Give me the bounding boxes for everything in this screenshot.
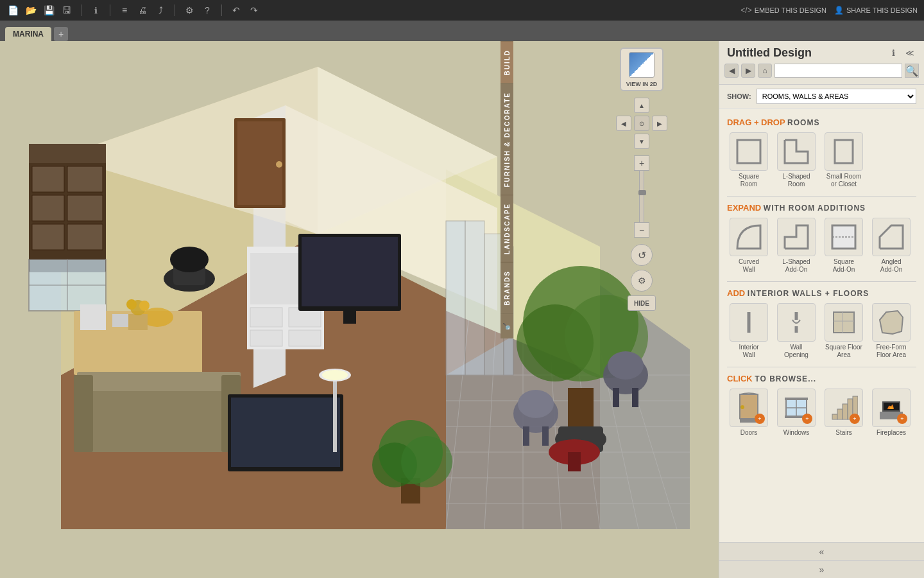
canvas[interactable]: VIEW IN 2D ▲ ◀ ⊙ ▶ ▼ + − ↺ ⚙ HIDE BUI (0, 41, 719, 578)
curved-wall-svg (735, 223, 763, 251)
svg-rect-40 (250, 330, 282, 346)
expand-normal: WITH ROOM ADDITIONS (764, 204, 866, 213)
svg-rect-108 (832, 414, 837, 419)
collapse-up-button[interactable]: « (719, 542, 924, 560)
undo-button[interactable]: ↶ (230, 4, 243, 17)
svg-rect-74 (523, 426, 529, 446)
stairs-label: Stairs (835, 429, 852, 437)
settings-icon[interactable]: ⚙ (183, 4, 196, 17)
panel-forward-button[interactable]: ▶ (741, 64, 755, 78)
freeform-floor-item[interactable]: Free-FormFloor Area (869, 303, 913, 359)
svg-rect-29 (67, 224, 103, 250)
small-room-item[interactable]: Small Roomor Closet (822, 132, 866, 188)
wall-opening-item[interactable]: WallOpening (774, 303, 818, 359)
windows-label: Windows (783, 429, 810, 437)
doors-item[interactable]: + Doors (727, 389, 771, 437)
add-tab-button[interactable]: + (54, 27, 68, 41)
curved-wall-item[interactable]: CurvedWall (727, 218, 771, 274)
square-room-item[interactable]: SquareRoom (727, 132, 771, 188)
search-tab[interactable]: 🔍 (501, 313, 513, 338)
nav-controls: VIEW IN 2D ▲ ◀ ⊙ ▶ ▼ + − ↺ ⚙ HIDE (616, 48, 667, 311)
collapse-down-button[interactable]: » (719, 560, 924, 578)
divider-3 (727, 367, 916, 367)
print-icon[interactable]: 🖨 (136, 4, 149, 17)
drag-rooms-suffix: ROOMS (787, 118, 819, 127)
pan-down-button[interactable]: ▼ (634, 134, 649, 149)
pan-left-button[interactable]: ◀ (616, 116, 631, 131)
small-room-icon (825, 132, 863, 171)
svg-marker-99 (880, 311, 903, 334)
stairs-item[interactable]: + Stairs (822, 389, 866, 437)
svg-rect-78 (613, 388, 619, 407)
share-button[interactable]: 👤 SHARE THIS DESIGN (834, 6, 918, 15)
stairs-badge: + (850, 414, 860, 424)
small-room-label: Small Roomor Closet (826, 173, 861, 188)
click-highlight: CLICK (727, 374, 753, 383)
panel-home-button[interactable]: ⌂ (758, 64, 772, 78)
side-tabs: BUILD FURNISH & DECORATE LANDSCAPE BRAND… (501, 41, 513, 578)
panel-title-icons: ℹ ≪ (887, 47, 916, 60)
fireplaces-badge: + (897, 414, 907, 424)
help-icon[interactable]: ? (201, 4, 214, 17)
view-2d-label: VIEW IN 2D (626, 81, 658, 87)
sep4 (221, 4, 222, 16)
windows-item[interactable]: + Windows (774, 389, 818, 437)
pan-up-button[interactable]: ▲ (634, 98, 649, 113)
new-icon[interactable]: 📄 (6, 4, 19, 17)
svg-rect-75 (542, 426, 549, 446)
square-addon-icon (825, 218, 863, 256)
info-icon[interactable]: ℹ (89, 4, 102, 17)
panel-collapse-button[interactable]: ≪ (903, 47, 916, 60)
svg-rect-26 (32, 195, 64, 221)
svg-rect-110 (843, 404, 848, 419)
l-addon-icon (777, 218, 816, 256)
drag-rooms-title: DRAG + DROP ROOMS (727, 118, 916, 127)
scene-settings-button[interactable]: ⚙ (631, 270, 653, 292)
svg-rect-63 (465, 221, 484, 375)
add-highlight: ADD (727, 288, 745, 298)
pan-center-button[interactable]: ⊙ (634, 116, 649, 131)
interior-walls-grid: InteriorWall WallOpening (727, 303, 916, 359)
zoom-slider[interactable] (639, 171, 644, 222)
rotate-button[interactable]: ↺ (631, 244, 653, 266)
fireplaces-icon-box: + (872, 389, 911, 427)
build-tab[interactable]: BUILD (501, 41, 513, 83)
panel-info-button[interactable]: ℹ (887, 47, 900, 60)
stairs-icon-box: + (825, 389, 863, 427)
zoom-out-button[interactable]: − (634, 222, 649, 238)
svg-rect-96 (834, 312, 854, 333)
fireplaces-item[interactable]: + Fireplaces (869, 389, 913, 437)
open-icon[interactable]: 📂 (24, 4, 37, 17)
zoom-handle[interactable] (638, 190, 646, 195)
embed-button[interactable]: </> EMBED THIS DESIGN (740, 6, 826, 15)
list-icon[interactable]: ≡ (118, 4, 131, 17)
view-2d-icon (629, 52, 654, 78)
main-area: VIEW IN 2D ▲ ◀ ⊙ ▶ ▼ + − ↺ ⚙ HIDE BUI (0, 41, 924, 578)
furnish-tab[interactable]: FURNISH & DECORATE (501, 83, 513, 195)
l-addon-item[interactable]: L-ShapedAdd-On (774, 218, 818, 274)
panel-search-button[interactable]: 🔍 (905, 64, 919, 78)
pan-right-button[interactable]: ▶ (652, 116, 667, 131)
l-addon-svg (782, 223, 810, 251)
square-addon-item[interactable]: SquareAdd-On (822, 218, 866, 274)
freeform-floor-icon (872, 303, 911, 342)
doors-badge: + (755, 414, 765, 424)
view-2d-button[interactable]: VIEW IN 2D (620, 48, 663, 91)
export-icon[interactable]: ⤴ (154, 4, 167, 17)
save-as-icon[interactable]: 🖫 (60, 4, 73, 17)
zoom-in-button[interactable]: + (634, 155, 649, 171)
angled-addon-item[interactable]: AngledAdd-On (869, 218, 913, 274)
l-room-item[interactable]: L-ShapedRoom (774, 132, 818, 188)
landscape-tab[interactable]: LANDSCAPE (501, 195, 513, 262)
panel-search-input[interactable] (774, 64, 902, 78)
panel-header: Untitled Design ℹ ≪ ◀ ▶ ⌂ 🔍 (719, 41, 924, 85)
square-floor-item[interactable]: Square FloorArea (822, 303, 866, 359)
active-tab[interactable]: MARINA (5, 27, 51, 41)
save-icon[interactable]: 💾 (42, 4, 55, 17)
brands-tab[interactable]: BRANDS (501, 262, 513, 313)
show-dropdown[interactable]: ROOMS, WALLS & AREAS FURNITURE ALL (757, 89, 916, 104)
hide-button[interactable]: HIDE (628, 295, 656, 311)
redo-button[interactable]: ↷ (248, 4, 261, 17)
interior-wall-item[interactable]: InteriorWall (727, 303, 771, 359)
panel-back-button[interactable]: ◀ (724, 64, 739, 78)
